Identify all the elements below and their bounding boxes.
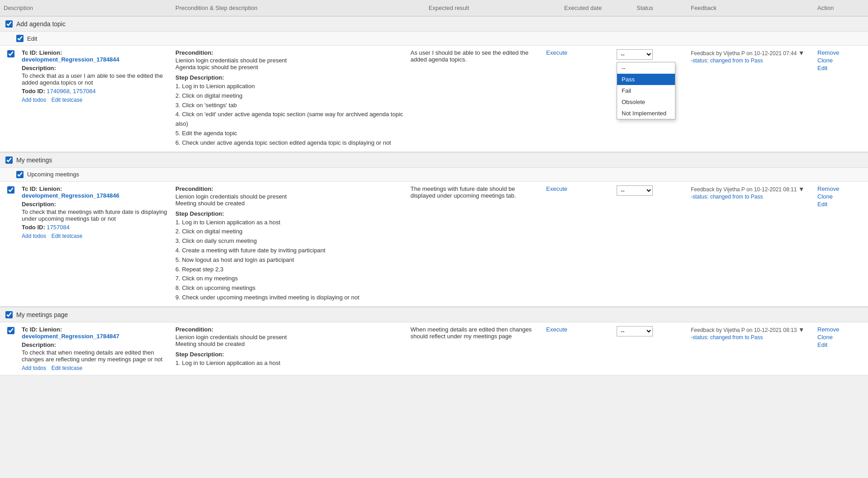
step-label: Step Description: [175,74,224,81]
row-feedback-cell: Feedback by Vijetha P on 10-12-2021 08:1… [687,322,814,344]
description-label: Description: [22,201,56,208]
row-status-cell[interactable]: -- Pass Fail Obsolete Not Implemented [615,182,687,199]
table-row: Tc ID: Lienion: development_Regression_1… [0,322,868,375]
todo-label: Todo ID: [22,224,47,231]
add-todos-link[interactable]: Add todos [22,233,46,239]
add-todos-link[interactable]: Add todos [22,97,46,103]
tc-id-link: development_Regression_1784846 [22,192,119,199]
precondition-text: Lienion login credentials should be pres… [175,193,403,207]
edit-link[interactable]: Edit [817,341,864,348]
row-1784847-checkbox[interactable] [7,327,14,334]
section-add-agenda-label: Add agenda topic [16,20,66,28]
feedback-text: Feedback by Vijetha P on 10-12-2021 08:1… [691,185,810,193]
row-description-cell: Tc ID: Lienion: development_Regression_1… [18,182,172,243]
description-label: Description: [22,341,56,348]
remove-link[interactable]: Remove [817,185,864,192]
tc-id-link: development_Regression_1784847 [22,333,119,340]
edit-testcase-link[interactable]: Edit testcase [52,365,83,371]
action-links: Remove Clone Edit [817,326,864,348]
col-status: Status [633,3,687,13]
description-text: To check that the meetings with future d… [22,208,168,222]
tc-id-link: development_Regression_1784844 [22,56,119,63]
row-description-cell: Tc ID: Lienion: development_Regression_1… [18,322,172,375]
steps-text: 1. Log in to Lienion application as a ho… [175,359,403,368]
row-1784844-checkbox[interactable] [7,50,14,57]
tc-id: Tc ID: Lienion: development_Regression_1… [22,326,168,340]
row-feedback-cell: Feedback by Vijetha P on 10-12-2021 07:4… [687,46,814,67]
subsection-upcoming-header: Upcoming meetings [0,168,868,182]
table-header: Description Precondition & Step descript… [0,0,868,16]
subsection-edit-checkbox[interactable] [16,35,24,42]
precondition-text: Lienion login credentials should be pres… [175,334,403,347]
edit-link[interactable]: Edit [817,65,864,71]
row-executed-cell: Execute [542,182,615,196]
row-precondition-cell: Precondition: Lienion login credentials … [172,322,407,372]
dropdown-item-not-implemented[interactable]: Not Implemented [617,108,675,119]
precondition-label: Precondition: [175,49,213,56]
section-my-meetings-page-checkbox[interactable] [5,311,13,318]
subsection-upcoming-checkbox[interactable] [16,171,24,178]
status-dropdown-container[interactable]: -- Pass Fail Obsolete Not Implemented --… [617,49,653,60]
status-select[interactable]: -- Pass Fail Obsolete Not Implemented [617,326,653,336]
row-feedback-cell: Feedback by Vijetha P on 10-12-2021 08:1… [687,182,814,204]
row-checkbox-cell [0,322,18,338]
feedback-change: -status: changed from to Pass [691,57,810,64]
clone-link[interactable]: Clone [817,57,864,64]
todo-ids[interactable]: 1757084 [47,224,70,231]
precondition-label: Precondition: [175,185,213,192]
remove-link[interactable]: Remove [817,49,864,56]
description-label: Description: [22,65,56,71]
tc-id: Tc ID: Lienion: development_Regression_1… [22,49,168,63]
row-status-cell[interactable]: -- Pass Fail Obsolete Not Implemented [615,322,687,340]
col-expected: Expected result [425,3,561,13]
precondition-label: Precondition: [175,326,213,333]
section-my-meetings-checkbox[interactable] [5,156,13,164]
feedback-text: Feedback by Vijetha P on 10-12-2021 08:1… [691,326,810,333]
status-dropdown-menu[interactable]: -- Pass Fail Obsolete Not Implemented [617,62,675,119]
row-executed-cell: Execute [542,322,615,336]
description-text: To check that as a user I am able to see… [22,72,168,86]
section-my-meetings-page-header: My meetings page [0,307,868,322]
status-select[interactable]: -- Pass Fail Obsolete Not Implemented [617,185,653,196]
tc-id: Tc ID: Lienion: development_Regression_1… [22,185,168,199]
steps-text: 1. Log in to Lienion application as a ho… [175,218,403,303]
status-select[interactable]: -- Pass Fail Obsolete Not Implemented [617,49,653,60]
row-executed-cell: Execute [542,46,615,60]
execute-button[interactable]: Execute [546,326,567,333]
col-executed: Executed date [561,3,633,13]
section-my-meetings-page-label: My meetings page [16,311,68,318]
todo-label: Todo ID: [22,88,47,95]
clone-link[interactable]: Clone [817,334,864,341]
dropdown-item-pass[interactable]: Pass [617,74,675,85]
precondition-text: Lienion login credentials should be pres… [175,57,403,71]
row-action-cell: Remove Clone Edit [814,322,868,352]
subsection-edit-header: Edit [0,32,868,46]
row-status-cell[interactable]: -- Pass Fail Obsolete Not Implemented --… [615,46,687,63]
clone-link[interactable]: Clone [817,193,864,200]
action-links: Remove Clone Edit [817,49,864,71]
edit-testcase-link[interactable]: Edit testcase [52,233,83,239]
dropdown-item-fail[interactable]: Fail [617,85,675,96]
feedback-change: -status: changed from to Pass [691,194,810,200]
execute-button[interactable]: Execute [546,49,567,56]
dropdown-item-obsolete[interactable]: Obsolete [617,96,675,108]
remove-link[interactable]: Remove [817,326,864,333]
edit-testcase-link[interactable]: Edit testcase [52,97,83,103]
section-add-agenda-header: Add agenda topic [0,16,868,32]
section-my-meetings: My meetings Upcoming meetings Tc ID: Lie… [0,152,868,307]
row-1784846-checkbox[interactable] [7,186,14,194]
section-add-agenda-checkbox[interactable] [5,20,13,28]
todo-ids[interactable]: 1740968, 1757084 [47,88,95,95]
dropdown-item-dash[interactable]: -- [617,62,675,74]
row-action-cell: Remove Clone Edit [814,46,868,75]
section-my-meetings-label: My meetings [16,156,52,164]
step-label: Step Description: [175,210,224,217]
row-checkbox-cell [0,46,18,62]
edit-link[interactable]: Edit [817,201,864,208]
steps-text: 1. Log in to Lienion application 2. Clic… [175,82,403,148]
execute-button[interactable]: Execute [546,185,567,192]
add-todos-link[interactable]: Add todos [22,365,46,371]
section-my-meetings-header: My meetings [0,152,868,168]
col-action: Action [814,3,868,13]
row-expected-cell: As user I should be able to see the edit… [407,46,542,66]
